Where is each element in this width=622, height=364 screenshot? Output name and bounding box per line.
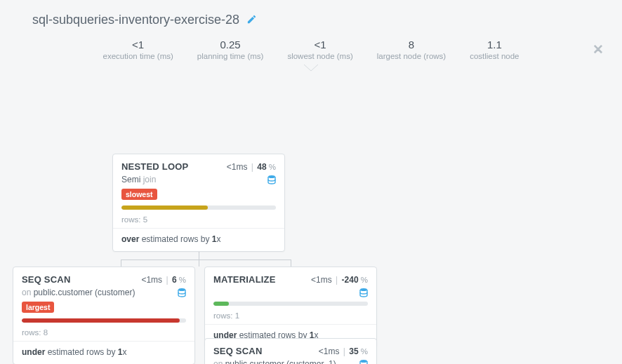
database-icon [178,288,186,297]
stat-largest-node: 8 largest node (rows) [377,39,446,60]
cost-bar-fill [22,318,180,323]
plan-canvas: NESTED LOOP <1ms | 48 % Semi join slowes… [0,74,622,364]
node-title: SEQ SCAN [22,274,71,285]
estimate-mid: estimated rows by [45,347,117,357]
metric-separator: | [336,275,338,285]
percent-unit: % [359,276,368,284]
join-word: join [143,175,157,184]
estimate-direction: under [22,347,45,357]
stat-value: 0.25 [197,39,264,50]
estimate-suffix: x [122,347,126,357]
database-icon [359,288,368,297]
close-icon[interactable]: ✕ [593,41,604,58]
plan-node-nested-loop[interactable]: NESTED LOOP <1ms | 48 % Semi join slowes… [112,154,285,252]
percent-unit: % [177,276,186,284]
node-header: NESTED LOOP <1ms | 48 % [113,154,284,175]
stat-label: planning time (ms) [197,52,264,60]
node-subtitle: on public.customer (customer_1) [205,359,376,364]
join-type: Semi [121,175,140,184]
node-subtitle: Semi join [113,175,284,187]
page-header: sql-subqueries-inventory-exercise-28 [0,0,622,34]
stat-value: 8 [377,39,446,50]
estimate-line: over estimated rows by 1x [113,229,284,251]
stat-value: <1 [287,39,352,50]
row-count: rows: 5 [113,213,284,229]
svg-point-3 [360,360,367,363]
database-icon [359,359,368,364]
node-percent: -240 [342,275,359,285]
stat-execution-time: <1 execution time (ms) [102,39,173,60]
svg-point-1 [178,288,185,291]
row-count: rows: 8 [13,325,194,342]
badge-largest: largest [22,302,54,313]
node-percent: 6 [172,275,177,285]
plan-node-seq-scan-customer[interactable]: SEQ SCAN <1ms | 6 % on public.customer (… [13,267,195,364]
stat-label: slowest node (ms) [287,52,352,60]
node-time: <1ms [227,162,248,172]
estimate-mid: estimated rows by [139,234,211,244]
cost-bar-fill [121,205,208,210]
badge-slowest: slowest [121,189,157,200]
stat-value: <1 [102,39,173,50]
on-label: on [22,288,34,297]
node-time: <1ms [141,275,162,285]
on-label: on [213,359,225,364]
metric-separator: | [166,275,168,285]
plan-node-seq-scan-customer-1[interactable]: SEQ SCAN <1ms | 35 % on public.customer … [204,338,377,364]
node-header: SEQ SCAN <1ms | 35 % [205,339,376,359]
node-time: <1ms [319,346,340,356]
node-title: SEQ SCAN [213,346,263,356]
node-title: MATERIALIZE [213,274,276,285]
estimate-suffix: x [216,234,220,244]
scan-target: public.customer (customer_1) [225,359,336,364]
percent-unit: % [267,163,276,171]
node-subtitle [205,288,376,300]
stat-costliest-node: 1.1 costliest node [470,39,519,60]
stat-slowest-node: <1 slowest node (ms) [287,39,352,60]
stats-notch-icon [303,64,319,72]
cost-bar [22,318,186,323]
database-icon [267,175,276,184]
row-count: rows: 1 [205,309,376,325]
cost-bar [213,302,368,306]
scan-target: public.customer (customer) [34,288,135,297]
percent-unit: % [359,347,368,356]
node-percent: 35 [349,346,358,356]
node-metrics: <1ms | 6 % [141,275,186,285]
cost-bar-fill [213,302,229,306]
stat-label: costliest node [470,52,519,60]
connector-line [121,259,121,267]
plan-node-materialize[interactable]: MATERIALIZE <1ms | -240 % rows: 1 under … [204,267,377,348]
connector-line [121,259,291,260]
stat-label: execution time (ms) [102,52,173,60]
connector-line [291,259,291,267]
node-header: MATERIALIZE <1ms | -240 % [205,267,376,288]
svg-point-2 [360,288,367,291]
node-subtitle: on public.customer (customer) [13,288,194,300]
node-time: <1ms [311,275,332,285]
edit-icon[interactable] [246,14,257,27]
stat-value: 1.1 [470,39,519,50]
node-metrics: <1ms | 48 % [227,162,276,172]
stat-label: largest node (rows) [377,52,446,60]
stat-planning-time: 0.25 planning time (ms) [197,39,264,60]
node-title: NESTED LOOP [121,161,188,172]
node-header: SEQ SCAN <1ms | 6 % [13,267,194,288]
node-metrics: <1ms | -240 % [311,275,368,285]
cost-bar [121,205,276,210]
estimate-line: under estimated rows by 1x [13,342,194,364]
metric-separator: | [251,162,253,172]
estimate-direction: over [121,234,139,244]
node-metrics: <1ms | 35 % [319,346,368,356]
metric-separator: | [343,346,345,356]
node-percent: 48 [257,162,266,172]
page-title: sql-subqueries-inventory-exercise-28 [32,13,239,27]
svg-point-0 [268,175,275,178]
